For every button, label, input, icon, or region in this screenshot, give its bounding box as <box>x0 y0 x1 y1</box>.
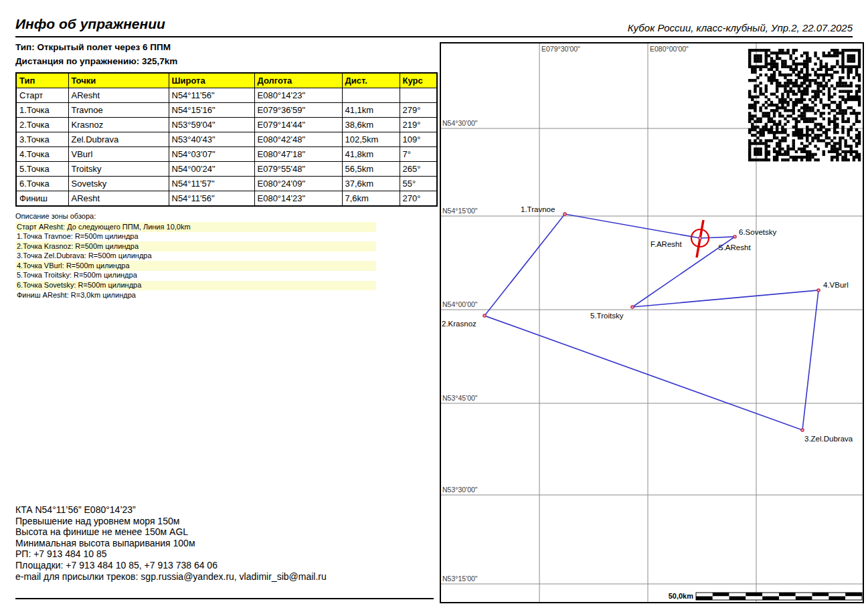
table-cell: 41,1km <box>342 103 400 118</box>
waypoint-dot <box>563 213 566 215</box>
latitude-label: N53°30'00" <box>442 486 478 494</box>
column-header: Долгота <box>254 73 342 88</box>
footer-divider <box>15 598 434 599</box>
site-info-line: Высота на финише не менее 150м AGL <box>15 526 327 538</box>
table-cell: AResht <box>68 191 169 207</box>
table-cell: E080°14'23" <box>254 191 342 207</box>
table-cell: 37,6km <box>342 177 400 191</box>
column-header: Широта <box>169 73 254 88</box>
table-cell: N54°00'24" <box>169 162 254 177</box>
table-cell <box>400 88 437 103</box>
table-cell: 2.Точка <box>16 118 68 132</box>
table-cell: 270° <box>400 191 437 207</box>
latitude-label: N54°00'00" <box>442 300 478 308</box>
table-row: 4.ТочкаVBurlN54°03'07"E080°47'18"41,8km7… <box>16 147 437 162</box>
table-cell: E079°14'44" <box>254 118 342 132</box>
table-cell: Travnoe <box>68 103 169 118</box>
table-cell: N54°03'07" <box>169 147 254 162</box>
waypoint-dot <box>801 429 804 431</box>
waypoint-label: 6.Sovetsky <box>739 228 776 236</box>
task-distance-line: Дистанция по упражнению: 325,7km <box>15 56 177 66</box>
table-cell: 102,5km <box>342 132 400 147</box>
table-cell: 6.Точка <box>16 177 68 191</box>
observation-zones-section: Описание зоны обзора: Старт AResht: До с… <box>15 211 376 300</box>
table-row: 5.ТочкаTroitskyN54°00'24"E079°55'48"56,5… <box>16 162 437 177</box>
longitude-label: E080°00'00" <box>650 45 689 53</box>
table-cell: E080°47'18" <box>254 147 342 162</box>
scale-label: 50,0km <box>669 592 694 600</box>
column-header: Тип <box>16 73 68 88</box>
zones-title: Описание зоны обзора: <box>15 211 376 222</box>
table-cell: 38,6km <box>342 118 400 132</box>
zone-line: Старт AResht: До следующего ППМ, Линия 1… <box>15 222 376 232</box>
table-cell: VBurl <box>68 147 169 162</box>
exercise-info-sheet: Инфо об упражнении Кубок России, класс-к… <box>0 0 868 612</box>
table-cell: 265° <box>400 162 437 177</box>
site-info-line: e-mail для присылки треков: sgp.russia@y… <box>15 571 327 583</box>
table-cell: 41,8km <box>342 147 400 162</box>
table-cell: N54°11'56" <box>169 88 254 103</box>
table-row: 6.ТочкаSovetskyN54°11'57"E080°24'09"37,6… <box>16 177 437 191</box>
waypoint-label: 3.Zel.Dubrava <box>804 435 853 443</box>
waypoint-label: 5.Troitsky <box>590 312 624 320</box>
table-cell: Krasnoz <box>68 118 169 132</box>
page-title: Инфо об упражнении <box>15 16 165 32</box>
latitude-label: N54°30'00" <box>442 119 478 127</box>
table-row: 1.ТочкаTravnoeN54°15'16"E079°36'59"41,1k… <box>16 103 437 118</box>
waypoints-table-header-row: ТипТочкиШиротаДолготаДист.Курс <box>16 73 437 88</box>
waypoint-dot <box>699 237 701 239</box>
zone-line: 5.Точка Troitsky: R=500m цилиндра <box>15 271 376 281</box>
table-cell: 3.Точка <box>16 132 68 147</box>
column-header: Курс <box>400 73 437 88</box>
table-cell: N53°40'43" <box>169 132 254 147</box>
table-cell: Старт <box>16 88 68 103</box>
table-row: ФинишAReshtN54°11'56"E080°14'23"7,6km270… <box>16 191 437 207</box>
waypoint-label: 2.Krasnoz <box>442 320 476 328</box>
table-cell: N54°11'57" <box>169 177 254 191</box>
table-cell: 1.Точка <box>16 103 68 118</box>
waypoint-dot <box>483 314 486 317</box>
table-cell: 56,5km <box>342 162 400 177</box>
table-cell: E080°42'48" <box>254 132 342 147</box>
latitude-label: N53°45'00" <box>442 394 478 402</box>
table-cell: E079°36'59" <box>254 103 342 118</box>
zone-line: 6.Точка Sovetsky: R=500m цилиндра <box>15 281 376 291</box>
table-cell: E080°14'23" <box>254 88 342 103</box>
table-cell: 219° <box>400 118 437 132</box>
zone-line: 1.Точка Travnoe: R=500m цилиндра <box>15 232 376 242</box>
waypoint-dot <box>733 235 736 238</box>
table-row: СтартAReshtN54°11'56"E080°14'23" <box>16 88 437 103</box>
table-row: 2.ТочкаKrasnozN53°59'04"E079°14'44"38,6k… <box>16 118 437 132</box>
table-cell: 109° <box>400 132 437 147</box>
table-cell: E080°24'09" <box>254 177 342 191</box>
site-info-line: КТА N54°11’56” E080°14’23” <box>15 504 327 516</box>
table-cell: 7,6km <box>342 191 400 207</box>
site-info-line: Минимальная высота выпаривания 100м <box>15 538 327 549</box>
zone-line: 4.Точка VBurl: R=500m цилиндра <box>15 261 376 271</box>
site-info-block: КТА N54°11’56” E080°14’23”Превышение над… <box>15 504 327 582</box>
zones-list: Старт AResht: До следующего ППМ, Линия 1… <box>15 222 376 300</box>
competition-subtitle: Кубок России, класс-клубный, Упр.2, 22.0… <box>628 22 853 33</box>
table-cell: E079°55'48" <box>254 162 342 177</box>
table-cell <box>342 88 400 103</box>
table-row: 3.ТочкаZel.DubravaN53°40'43"E080°42'48"1… <box>16 132 437 147</box>
site-info-line: Превышение над уровнем моря 150м <box>15 516 327 527</box>
column-header: Точки <box>68 73 169 88</box>
waypoint-label: 4.VBurl <box>823 281 849 289</box>
waypoint-label: 1.Travnoe <box>521 205 555 213</box>
table-cell: 7° <box>400 147 437 162</box>
latitude-label: N54°15'00" <box>442 207 478 215</box>
scale-bar <box>696 593 862 600</box>
column-header: Дист. <box>342 73 400 88</box>
table-cell: 279° <box>400 103 437 118</box>
table-cell: Финиш <box>16 191 68 207</box>
waypoint-dot <box>817 289 820 292</box>
waypoints-table: ТипТочкиШиротаДолготаДист.Курс СтартARes… <box>15 72 438 207</box>
task-map: E079°30'00"E080°00'00"N54°30'00"N54°15'0… <box>440 42 864 603</box>
zone-line: 2.Точка Krasnoz: R=500m цилиндра <box>15 241 376 251</box>
table-cell: 4.Точка <box>16 147 68 162</box>
latitude-label: N53°15'00" <box>442 575 478 583</box>
site-info-line: Площадки: +7 913 484 10 85, +7 913 738 6… <box>15 560 327 571</box>
longitude-label: E079°30'00" <box>541 45 580 53</box>
table-cell: 5.Точка <box>16 162 68 177</box>
